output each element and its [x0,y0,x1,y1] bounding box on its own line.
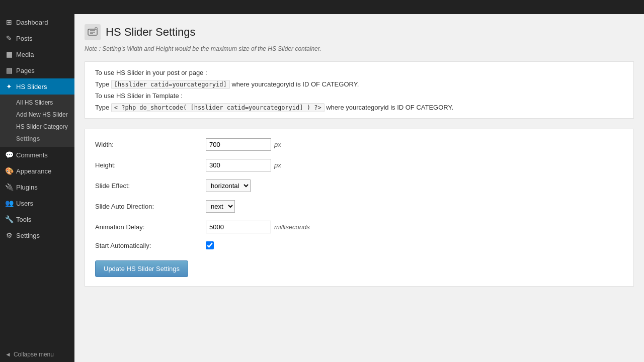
template-intro: To use HS Slider in Template : [95,92,623,100]
width-unit: px [274,141,281,148]
sidebar-item-pages[interactable]: ▤ Pages [0,62,74,78]
width-input[interactable] [206,138,271,151]
sidebar-item-media[interactable]: ▦ Media [0,46,74,62]
collapse-label: Collapse menu [14,351,54,358]
post-suffix: where yourcategoryid is ID OF CATEGORY. [231,80,359,88]
sidebar-item-label: Dashboard [16,19,48,26]
slide-effect-row: Slide Effect: horizontal vertical fade [95,179,623,192]
plugins-icon: 🔌 [5,183,13,191]
users-icon: 👥 [5,199,13,207]
pages-icon: ▤ [5,66,13,74]
collapse-menu-button[interactable]: ◄ Collapse menu [0,347,74,362]
note-text: Note : Setting's Width and Height would … [85,45,634,52]
sidebar-item-appearance[interactable]: 🎨 Appearance [0,163,74,179]
start-auto-control [206,241,214,249]
height-input[interactable] [206,159,271,171]
sidebar-item-plugins[interactable]: 🔌 Plugins [0,179,74,195]
usage-box: To use HS Slider in your post or page : … [85,61,634,119]
height-unit: px [274,161,281,169]
post-intro: To use HS Slider in your post or page : [95,69,623,76]
width-row: Width: px [95,138,623,151]
sidebar-item-label: Media [16,51,34,58]
content-area: HS Slider Settings Note : Setting's Widt… [74,14,644,297]
slide-effect-label: Slide Effect: [95,182,206,190]
appearance-icon: 🎨 [5,167,13,175]
main-content: HS Slider Settings Note : Setting's Widt… [74,0,644,362]
slide-auto-dir-row: Slide Auto Direction: next prev [95,200,623,213]
width-control: px [206,138,281,151]
collapse-icon: ◄ [5,351,11,358]
sidebar: ⊞ Dashboard ✎ Posts ▦ Media ▤ Pages ✦ HS… [0,0,74,362]
slide-auto-dir-control: next prev [206,200,235,213]
posts-icon: ✎ [5,34,13,42]
template-suffix: where yourcategoryid is ID OF CATEGORY. [326,104,453,111]
animation-delay-input[interactable] [206,221,271,233]
template-shortcode: < ?php do_shortcode( [hsslider catid=you… [111,103,325,112]
comments-icon: 💬 [5,151,13,159]
slide-effect-select[interactable]: horizontal vertical fade [206,179,251,192]
page-header: HS Slider Settings [85,24,634,40]
sidebar-item-settings[interactable]: ⚙ Settings [0,227,74,243]
width-label: Width: [95,141,206,148]
sidebar-item-users[interactable]: 👥 Users [0,195,74,211]
animation-delay-control: milliseconds [206,221,310,233]
sidebar-item-comments[interactable]: 💬 Comments [0,147,74,163]
animation-delay-label: Animation Delay: [95,223,206,231]
submenu-all-sliders[interactable]: All HS Sliders [0,97,74,109]
sidebar-item-label: HS Sliders [16,83,47,90]
sidebar-item-label: Tools [16,216,31,223]
dashboard-icon: ⊞ [5,18,13,26]
hs-sliders-icon: ✦ [5,82,13,90]
sidebar-item-label: Posts [16,35,33,42]
height-control: px [206,159,281,171]
slide-auto-dir-label: Slide Auto Direction: [95,203,206,210]
settings-icon: ⚙ [5,231,13,239]
sidebar-item-dashboard[interactable]: ⊞ Dashboard [0,14,74,30]
tools-icon: 🔧 [5,215,13,223]
settings-form: Width: px Height: px Slide Effect: [85,129,634,287]
start-auto-row: Start Automatically: [95,241,623,249]
slide-auto-dir-select[interactable]: next prev [206,200,235,213]
sidebar-item-label: Plugins [16,184,38,191]
sidebar-item-label: Users [16,200,33,207]
topbar [74,0,644,14]
submenu-category[interactable]: HS Slider Category [0,121,74,133]
sidebar-item-label: Appearance [16,167,51,175]
sidebar-item-label: Settings [16,232,40,239]
sidebar-item-label: Comments [16,151,48,159]
start-auto-checkbox[interactable] [206,241,214,249]
sidebar-item-posts[interactable]: ✎ Posts [0,30,74,46]
sidebar-item-hs-sliders[interactable]: ✦ HS Sliders [0,78,74,95]
post-shortcode: [hsslider catid=yourcategoryid] [111,80,230,89]
start-auto-label: Start Automatically: [95,242,206,249]
height-row: Height: px [95,159,623,171]
slide-effect-control: horizontal vertical fade [206,179,251,192]
animation-delay-row: Animation Delay: milliseconds [95,221,623,233]
submenu-add-new[interactable]: Add New HS Slider [0,109,74,121]
page-title: HS Slider Settings [106,26,196,39]
page-header-icon [85,24,101,40]
sidebar-item-tools[interactable]: 🔧 Tools [0,211,74,227]
submenu-settings-label: Settings [0,133,74,145]
post-code-line: Type [hsslider catid=yourcategoryid] whe… [95,80,623,88]
update-button[interactable]: Update HS Slider Settings [95,260,188,277]
template-code-line: Type < ?php do_shortcode( [hsslider cati… [95,104,623,111]
height-label: Height: [95,161,206,169]
animation-delay-unit: milliseconds [274,223,310,231]
hs-sliders-submenu: All HS Sliders Add New HS Slider HS Slid… [0,95,74,147]
media-icon: ▦ [5,50,13,58]
sidebar-item-label: Pages [16,67,35,74]
